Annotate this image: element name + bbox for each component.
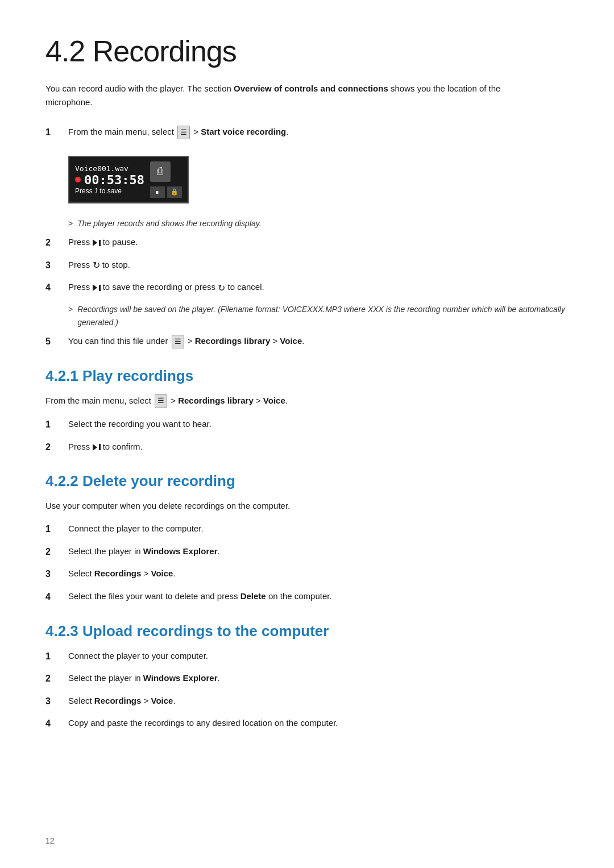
section-422-intro: Use your computer when you delete record… <box>45 499 569 513</box>
sd-icon: ∎ <box>150 186 165 198</box>
step-number: 5 <box>45 334 68 349</box>
windows-explorer-bold-2: Windows Explorer <box>143 673 218 683</box>
play-triangle <box>93 284 97 291</box>
display-left: Voice001.wav 00:53:58 Press ⤴ to save <box>75 164 144 195</box>
play-pause-icon <box>93 239 101 246</box>
step-content: Select the player in Windows Explorer. <box>68 671 569 685</box>
note-arrow: > <box>68 303 73 315</box>
recordings-bold: Recordings <box>94 568 142 578</box>
section-422-steps: 1 Connect the player to the computer. 2 … <box>45 522 569 604</box>
page-number: 12 <box>45 836 55 845</box>
play-triangle <box>93 444 97 451</box>
step-bold: Start voice recording <box>201 127 286 136</box>
list-item: 4 Select the files your want to delete a… <box>45 589 569 604</box>
list-item: 1 Connect the player to your computer. <box>45 649 569 664</box>
list-item: 3 Select Recordings > Voice. <box>45 567 569 582</box>
play-triangle <box>93 239 97 246</box>
list-item: 5 You can find this file under ☰ > Recor… <box>45 334 569 349</box>
list-item: 2 Select the player in Windows Explorer. <box>45 545 569 559</box>
section-423-heading: 4.2.3 Upload recordings to the computer <box>45 622 569 640</box>
timer-display: 00:53:58 <box>75 173 144 187</box>
step-content: Press ↻ to stop. <box>68 258 569 273</box>
recordings-library-bold: Recordings library <box>178 396 254 405</box>
list-item: 1 Connect the player to the computer. <box>45 522 569 537</box>
device-icon: ⎙ <box>150 161 171 182</box>
step-number: 3 <box>45 694 68 709</box>
page-title: 4.2 Recordings <box>45 34 569 68</box>
step-number: 4 <box>45 589 68 604</box>
main-steps-list: 1 From the main menu, select ☰ > Start v… <box>45 125 569 140</box>
voice-bold-3: Voice <box>151 696 173 705</box>
step-bold2: Voice <box>280 336 302 346</box>
bottom-icons: ∎ 🔒 <box>150 186 182 198</box>
section-421-steps: 1 Select the recording you want to hear.… <box>45 417 569 454</box>
delete-bold: Delete <box>240 591 266 601</box>
step-content: Copy and paste the recordings to any des… <box>68 716 569 730</box>
windows-explorer-bold: Windows Explorer <box>143 546 218 556</box>
step-content: Select the player in Windows Explorer. <box>68 545 569 558</box>
play-pause-icon-2 <box>93 284 101 291</box>
step-number: 4 <box>45 280 68 295</box>
note-arrow: > <box>68 217 73 230</box>
list-item: 1 Select the recording you want to hear. <box>45 417 569 432</box>
intro-bold: Overview of controls and connections <box>234 84 388 93</box>
recordings-bold-2: Recordings <box>94 696 142 705</box>
list-item: 4 Copy and paste the recordings to any d… <box>45 716 569 731</box>
play-pause-icon-3 <box>93 444 101 451</box>
step-content: Press to confirm. <box>68 440 569 454</box>
step-content: Connect the player to your computer. <box>68 649 569 663</box>
lock-icon: 🔒 <box>167 186 182 198</box>
list-item: 2 Select the player in Windows Explorer. <box>45 671 569 686</box>
pause-bar <box>99 285 101 291</box>
pause-bar <box>99 240 101 246</box>
back-icon-2: ↻ <box>218 281 225 296</box>
recordings-save-note: > Recordings will be saved on the player… <box>68 303 569 329</box>
pause-bar <box>99 444 101 450</box>
step-number: 4 <box>45 716 68 731</box>
main-steps-list-3: 5 You can find this file under ☰ > Recor… <box>45 334 569 349</box>
step-number: 2 <box>45 440 68 455</box>
list-item: 2 Press to pause. <box>45 235 569 250</box>
voice-bold-2: Voice <box>151 568 173 578</box>
step-content: Select Recordings > Voice. <box>68 567 569 580</box>
section-423-steps: 1 Connect the player to your computer. 2… <box>45 649 569 731</box>
step-content: Select the recording you want to hear. <box>68 417 569 431</box>
menu-icon: ☰ <box>177 126 190 140</box>
section-422-heading: 4.2.2 Delete your recording <box>45 472 569 490</box>
step-content: You can find this file under ☰ > Recordi… <box>68 334 569 348</box>
step-number: 1 <box>45 125 68 140</box>
step-number: 3 <box>45 258 68 273</box>
timer-text: 00:53:58 <box>84 173 144 187</box>
step-bold: Recordings library <box>195 336 271 346</box>
section-421-intro: From the main menu, select ☰ > Recording… <box>45 394 569 408</box>
list-item: 3 Select Recordings > Voice. <box>45 694 569 709</box>
step-content: Press to save the recording or press ↻ t… <box>68 280 569 295</box>
back-icon: ↻ <box>93 258 100 273</box>
rec-dot <box>75 177 81 182</box>
press-save-text: Press ⤴ to save <box>75 187 144 195</box>
step-content: From the main menu, select ☰ > Start voi… <box>68 125 569 139</box>
display-right: ⎙ ∎ 🔒 <box>150 161 182 198</box>
intro-paragraph: You can record audio with the player. Th… <box>45 82 534 109</box>
filename-text: Voice001.wav <box>75 164 144 173</box>
intro-text-start: You can record audio with the player. Th… <box>45 84 234 93</box>
list-item: 4 Press to save the recording or press ↻… <box>45 280 569 295</box>
menu-icon-3: ☰ <box>155 394 167 408</box>
step-content: Press to pause. <box>68 235 569 249</box>
list-item: 2 Press to confirm. <box>45 440 569 455</box>
list-item: 3 Press ↻ to stop. <box>45 258 569 273</box>
step-number: 3 <box>45 567 68 582</box>
recording-display: Voice001.wav 00:53:58 Press ⤴ to save ⎙ … <box>68 156 189 203</box>
voice-bold: Voice <box>263 396 285 405</box>
note-text: The player records and shows the recordi… <box>77 217 261 230</box>
step-number: 2 <box>45 545 68 559</box>
display-note: > The player records and shows the recor… <box>68 217 569 230</box>
step-content: Connect the player to the computer. <box>68 522 569 535</box>
step-number: 2 <box>45 671 68 686</box>
menu-icon-2: ☰ <box>172 335 184 349</box>
recording-display-inner: Voice001.wav 00:53:58 Press ⤴ to save ⎙ … <box>75 161 182 198</box>
step-number: 1 <box>45 417 68 432</box>
step-number: 2 <box>45 235 68 250</box>
main-steps-list-2: 2 Press to pause. 3 Press ↻ to stop. 4 P… <box>45 235 569 295</box>
step-number: 1 <box>45 522 68 537</box>
